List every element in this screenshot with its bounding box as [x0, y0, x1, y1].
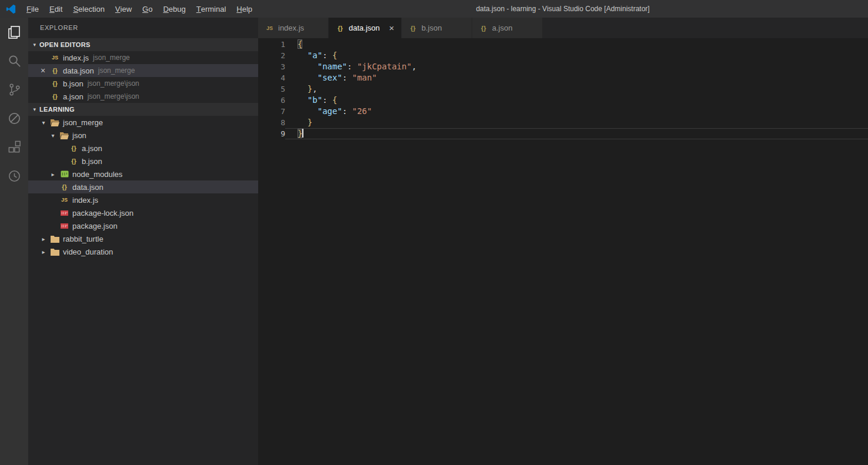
- chevron-right-icon[interactable]: ▸: [48, 171, 58, 178]
- menu-help[interactable]: Help: [231, 0, 258, 18]
- line-number: 8: [258, 117, 285, 128]
- file-path: json_merge\json: [88, 79, 139, 88]
- explorer-icon[interactable]: [0, 18, 28, 46]
- code-line-9[interactable]: 9}: [258, 128, 868, 139]
- open-editor-item[interactable]: ×{}data.jsonjson_merge: [28, 64, 258, 77]
- code-line-7[interactable]: 7 "age": "26": [258, 106, 868, 117]
- code-text: {: [285, 39, 868, 50]
- tree-item-index.js[interactable]: JSindex.js: [28, 193, 258, 206]
- menu-debug[interactable]: Debug: [158, 0, 191, 18]
- open-editors-label: OPEN EDITORS: [39, 41, 91, 48]
- code-token: [298, 118, 308, 127]
- tree-item-node_modules[interactable]: ▸node_modules: [28, 168, 258, 180]
- tree-item-rabbit_turtle[interactable]: ▸rabbit_turtle: [28, 232, 258, 245]
- tab-b.json[interactable]: {}b.json: [402, 18, 472, 38]
- code-text: "sex": "man": [285, 72, 868, 83]
- close-icon[interactable]: ×: [38, 66, 48, 75]
- code-token: [298, 51, 308, 60]
- tree-item-video_duration[interactable]: ▸video_duration: [28, 245, 258, 258]
- tab-a.json[interactable]: {}a.json: [472, 18, 543, 38]
- tab-index.js[interactable]: JSindex.js: [258, 18, 329, 38]
- menu-view[interactable]: View: [110, 0, 137, 18]
- tree-item-b.json[interactable]: {}b.json: [28, 155, 258, 168]
- file-label: package.json: [72, 222, 118, 230]
- chevron-right-icon[interactable]: ▸: [39, 249, 48, 255]
- code-line-8[interactable]: 8 }: [258, 117, 868, 128]
- line-number: 6: [258, 95, 285, 106]
- tree-item-package.json[interactable]: package.json: [28, 219, 258, 232]
- tree-item-json_merge[interactable]: ▾json_merge: [28, 116, 258, 129]
- chevron-down-icon[interactable]: ▾: [48, 132, 58, 139]
- code-token: :: [342, 106, 352, 116]
- debug-icon[interactable]: [0, 104, 28, 133]
- activity-bar: [0, 18, 28, 465]
- code-text: "b": {: [285, 95, 868, 106]
- editor[interactable]: 1{2 "a": {3 "name": "jkCpatain",4 "sex":…: [258, 38, 868, 465]
- close-icon[interactable]: ×: [387, 23, 396, 33]
- code-line-3[interactable]: 3 "name": "jkCpatain",: [258, 61, 868, 72]
- line-number: 5: [258, 83, 285, 95]
- tree-item-data.json[interactable]: {}data.json: [28, 180, 258, 193]
- open-editor-item[interactable]: {}a.jsonjson_merge\json: [28, 90, 258, 103]
- json-icon: {}: [69, 158, 79, 165]
- json-icon: {}: [69, 145, 79, 152]
- menu-go[interactable]: Go: [137, 0, 158, 18]
- open-editors-header[interactable]: ▾ OPEN EDITORS: [28, 38, 258, 51]
- file-label: data.json: [72, 183, 104, 192]
- code-token: "b": [308, 95, 322, 105]
- vscode-window: FileEditSelectionViewGoDebugTerminalHelp…: [0, 0, 868, 465]
- npm-icon: [59, 210, 69, 216]
- file-label: a.json: [63, 92, 84, 101]
- code-token: {: [298, 39, 302, 49]
- editor-area: JSindex.js{}data.json×{}b.json{}a.json 1…: [258, 18, 868, 465]
- code-line-6[interactable]: 6 "b": {: [258, 95, 868, 106]
- code-token: "name": [318, 62, 348, 71]
- chevron-down-icon[interactable]: ▾: [39, 119, 48, 126]
- search-icon[interactable]: [0, 46, 28, 75]
- tab-label: data.json: [349, 24, 380, 32]
- tree-item-a.json[interactable]: {}a.json: [28, 142, 258, 155]
- code-token: ,: [412, 62, 416, 71]
- code-token: "sex": [318, 73, 342, 82]
- code-token: "man": [352, 73, 377, 82]
- tab-bar: JSindex.js{}data.json×{}b.json{}a.json: [258, 18, 868, 38]
- code-line-5[interactable]: 5 },: [258, 83, 868, 95]
- learning-section-header[interactable]: ▾ LEARNING: [28, 103, 258, 116]
- code-line-2[interactable]: 2 "a": {: [258, 50, 868, 61]
- menu-terminal[interactable]: Terminal: [191, 0, 232, 18]
- tree-item-package-lock.json[interactable]: package-lock.json: [28, 206, 258, 219]
- code-line-4[interactable]: 4 "sex": "man": [258, 72, 868, 83]
- vscode-logo-icon: [0, 4, 21, 14]
- open-editor-item[interactable]: JSindex.jsjson_merge: [28, 51, 258, 64]
- code-token: :: [322, 51, 332, 60]
- extensions-icon[interactable]: [0, 133, 28, 162]
- json-file-icon: {}: [50, 93, 60, 100]
- open-editor-item[interactable]: {}b.jsonjson_merge\json: [28, 77, 258, 90]
- window-title: data.json - learning - Visual Studio Cod…: [258, 5, 868, 13]
- code-lines: 1{2 "a": {3 "name": "jkCpatain",4 "sex":…: [258, 39, 868, 139]
- folder-open-icon: [59, 132, 69, 139]
- sidebar: EXPLORER ▾ OPEN EDITORS JSindex.jsjson_m…: [28, 18, 258, 465]
- file-path: json_merge: [93, 53, 130, 62]
- code-token: [298, 106, 318, 116]
- menu-edit[interactable]: Edit: [44, 0, 68, 18]
- text-cursor: [302, 129, 303, 138]
- code-token: {: [332, 51, 337, 60]
- tree-item-json[interactable]: ▾json: [28, 129, 258, 142]
- code-line-1[interactable]: 1{: [258, 39, 868, 50]
- menu-bar: FileEditSelectionViewGoDebugTerminalHelp: [21, 0, 258, 18]
- js-icon: JS: [59, 197, 69, 203]
- clock-icon[interactable]: [0, 162, 28, 190]
- json-file-icon: {}: [479, 25, 489, 32]
- npm-folder-icon: [59, 170, 69, 178]
- line-number: 9: [258, 128, 285, 139]
- learning-section-label: LEARNING: [39, 106, 75, 113]
- code-text: },: [285, 83, 868, 95]
- menu-file[interactable]: File: [21, 0, 44, 18]
- tab-data.json[interactable]: {}data.json×: [329, 18, 402, 38]
- source-control-icon[interactable]: [0, 75, 28, 104]
- file-label: video_duration: [63, 247, 113, 256]
- chevron-right-icon[interactable]: ▸: [39, 236, 48, 242]
- file-path: json_merge: [98, 66, 135, 75]
- menu-selection[interactable]: Selection: [68, 0, 109, 18]
